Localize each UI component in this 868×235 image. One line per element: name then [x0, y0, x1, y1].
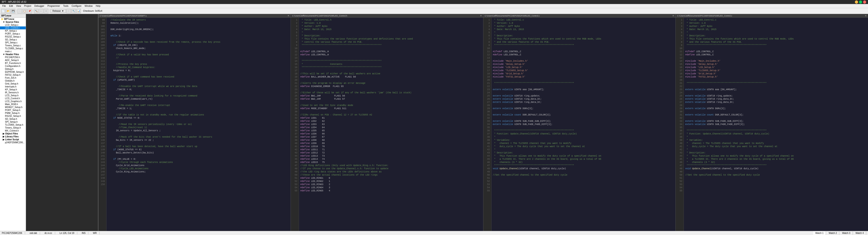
tree-h-pic24ep[interactable]: PIC24EP256.h: [0, 56, 26, 59]
tree-h-tlc5955[interactable]: TLC5955_Setup.h: [0, 123, 26, 126]
close-panel-3-icon[interactable]: ✕: [672, 14, 674, 17]
tree-file-timers[interactable]: Timers_Setup.c: [0, 44, 26, 47]
open-btn[interactable]: 📂: [6, 9, 10, 13]
tree-h-rs232[interactable]: RS232_Setup.h: [0, 115, 26, 117]
tree-file-tlc5955[interactable]: TLC5955_Setup.c: [0, 47, 26, 50]
tree-file-kp-setup[interactable]: KP_Setup.c: [0, 29, 26, 32]
led-c2-code-text: * Title: LED_Control.c * Version: 1.0 * …: [684, 18, 868, 231]
tree-h-main-rgb[interactable]: Main_RGB.h: [0, 103, 26, 106]
debug-btn[interactable]: ▶: [39, 9, 43, 13]
led-c1-line-numbers: 1234567891011121314151617181920212223242…: [484, 18, 492, 231]
tree-h-fat32[interactable]: FAT32_Setup.h: [0, 74, 26, 77]
tree-file-led-control[interactable]: LED_Control.c: [0, 26, 26, 29]
status-bar: PIC24EP256MC206 osb.tab dc.rv.cc Ln 126,…: [0, 231, 868, 235]
code-panel-led-h: C:\Users\Jeff\Documents\PIC24EP256GP208\…: [291, 14, 484, 231]
tree-h-adc[interactable]: ADC_Setup.h: [0, 59, 26, 62]
tree-file-spi-setup[interactable]: SPI_Setup.c: [0, 41, 26, 44]
tree-file-sd-setup[interactable]: SD_Setup.c: [0, 38, 26, 41]
code-panel-led-c2-header: C:\Users\Jeff\Documents\PIC24EP256GP208\…: [676, 14, 868, 18]
code-panel-led-h-path: C:\Users\Jeff\Documents\PIC24EP256GP208\…: [292, 15, 347, 17]
copy-btn[interactable]: 📋: [22, 9, 27, 13]
tree-linker-file[interactable]: p24EP256MC206...: [0, 141, 26, 144]
watch-tab-1[interactable]: Watch 1: [813, 231, 826, 235]
tree-folder-header[interactable]: ▼ Header Files: [0, 53, 26, 56]
tree-h-lcd-setup[interactable]: LCD_Setup.h: [0, 94, 26, 97]
title-bar: BPT - MPLAB IDE v8.92 ─ □ ✕: [0, 0, 868, 4]
tree-h-font[interactable]: Font_3x5.h: [0, 77, 26, 79]
menu-project[interactable]: Project: [23, 4, 33, 7]
tree-file-lcd-setup[interactable]: LCD_Setup.c: [0, 24, 26, 26]
minimize-btn[interactable]: ─: [855, 0, 858, 4]
code-panel-led-c1-content[interactable]: 1234567891011121314151617181920212223242…: [484, 18, 676, 231]
tree-h-config[interactable]: Configuration.h: [0, 65, 26, 67]
menu-programmer[interactable]: Programmer: [46, 4, 61, 7]
toolbar-icon-2[interactable]: 🔧: [71, 9, 76, 13]
tree-h-debug[interactable]: Debug.h: [0, 67, 26, 70]
status-mode2: dc.rv.cc: [44, 232, 55, 234]
new-btn[interactable]: 📄: [1, 9, 5, 13]
tree-h-globals[interactable]: Globals.h: [0, 79, 26, 82]
status-device: PIC24EP256MC206: [2, 232, 25, 234]
menu-debugger[interactable]: Debugger: [33, 4, 45, 7]
toolbar-sep-3: [49, 9, 50, 13]
close-btn[interactable]: ✕: [863, 0, 866, 4]
tree-h-spi[interactable]: SPI_Setup.h: [0, 120, 26, 123]
menu-file[interactable]: File: [1, 4, 7, 7]
maximize-btn[interactable]: □: [859, 0, 862, 4]
tree-file-port-setup[interactable]: PORT_Setup.c: [0, 32, 26, 35]
project-tree-title: BPT.mcw: [1, 14, 11, 17]
code-panel-led-c2-content[interactable]: 1234567891011121314151617181920212223242…: [676, 18, 868, 231]
cut-btn[interactable]: ✂: [18, 9, 22, 13]
tree-h-ir[interactable]: IR_Sensors.h: [0, 91, 26, 94]
status-position: Ln 126, Col 19: [60, 232, 77, 234]
led-h-line-numbers: 1234567891011121314151617181920212223242…: [291, 18, 299, 231]
tree-h-pwm[interactable]: PWM_Setup.h: [0, 112, 26, 115]
tree-h-bt[interactable]: BT_Functions.h: [0, 62, 26, 65]
code-panel-bpt-content[interactable]: 9899100101102103104105106107108109110111…: [98, 18, 290, 231]
tree-h-sd[interactable]: SD_Setup.h: [0, 117, 26, 120]
toolbar-icon-1[interactable]: ⚙: [66, 9, 71, 13]
release-button[interactable]: Release ▼: [51, 9, 66, 13]
tree-file-rs232[interactable]: RS232_Setup.c: [0, 35, 26, 38]
tree-item-bpt[interactable]: 📁 BPT.mcw: [0, 18, 26, 21]
tree-folder-library[interactable]: ▶ Library Files: [0, 135, 26, 138]
tree-h-ms9627[interactable]: MS9627_Setup.h: [0, 106, 26, 109]
tree-folder-linker[interactable]: ▶ Linker Script: [0, 138, 26, 141]
paste-btn[interactable]: 📌: [27, 9, 32, 13]
tree-folder-object[interactable]: ▶ Object Files: [0, 132, 26, 135]
close-panel-2-icon[interactable]: ✕: [480, 14, 482, 17]
tree-h-grid[interactable]: Grid_Setup.h: [0, 82, 26, 85]
checksum-label: Checksum: 0x95c4: [83, 10, 102, 12]
watch-tab-2[interactable]: Watch 2: [827, 231, 839, 235]
project-tree: BPT.mcw 📁 BPT.mcw ▼ Source Files LCD_Set…: [0, 14, 26, 231]
watch-tab-3[interactable]: Watch 3: [840, 231, 852, 235]
close-panel-4-icon[interactable]: ✕: [865, 14, 867, 17]
menu-view[interactable]: View: [15, 4, 22, 7]
save-btn[interactable]: 💾: [11, 9, 16, 13]
close-panel-1-icon[interactable]: ✕: [287, 14, 289, 17]
tree-h-kp[interactable]: KP_Setup.h: [0, 88, 26, 91]
menu-help[interactable]: Help: [94, 4, 102, 7]
tree-h-port[interactable]: PORT_Setup.h: [0, 109, 26, 112]
tree-h-lcd-control[interactable]: LCD_Control.h: [0, 97, 26, 100]
code-panels: C:\Users\Jeff\Documents\PIC24EP256GP208\…: [98, 14, 868, 231]
tree-h-mx[interactable]: MX_Control.h: [0, 129, 26, 132]
tree-folder-source[interactable]: ▼ Source Files: [0, 21, 26, 24]
menu-tools[interactable]: Tools: [62, 4, 70, 7]
menu-edit[interactable]: Edit: [8, 4, 14, 7]
stop-btn[interactable]: ⏹: [44, 9, 49, 13]
bpt-code-text: //Calculate the IR sensors Remote_Calibr…: [106, 18, 290, 231]
menu-window[interactable]: Window: [83, 4, 94, 7]
toolbar-icon-3[interactable]: 📊: [76, 9, 81, 13]
tree-h-timers[interactable]: Timers_Setup.h: [0, 126, 26, 129]
code-panel-led-h-content[interactable]: 1234567891011121314151617181920212223242…: [291, 18, 483, 231]
tree-file-main[interactable]: main.c: [0, 50, 26, 53]
watch-tab-4[interactable]: Watch 4: [853, 231, 866, 235]
tree-h-interrupts[interactable]: Interrupts.h: [0, 85, 26, 88]
status-mode1: osb.tab: [30, 232, 40, 234]
tree-h-eeprom[interactable]: EEPROM_Setup.h: [0, 70, 26, 74]
toolbar-sep-2: [33, 9, 33, 13]
tree-h-lcd-graphics[interactable]: LCD_Graphics.h: [0, 100, 26, 103]
build-btn[interactable]: 🔨: [34, 9, 38, 13]
menu-configure[interactable]: Configure: [70, 4, 83, 7]
